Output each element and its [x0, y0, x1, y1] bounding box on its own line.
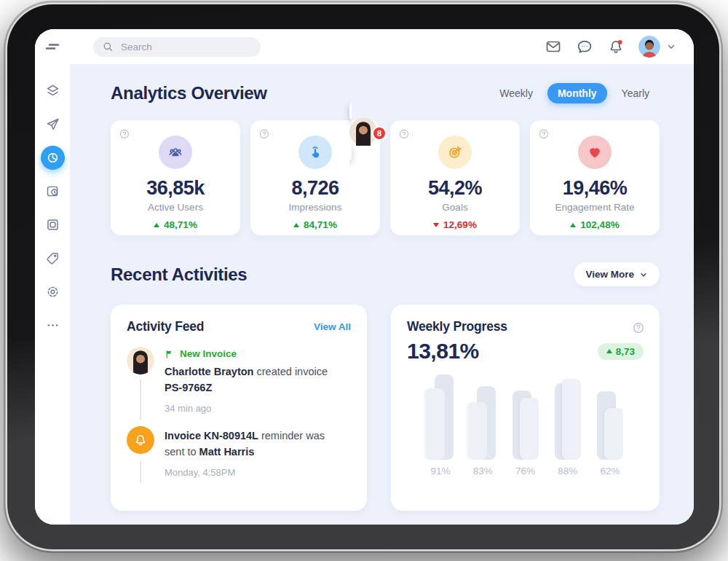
- profile-menu[interactable]: [638, 36, 676, 58]
- bar-group: [468, 374, 497, 460]
- stat-label: Engagement Rate: [555, 202, 635, 213]
- sidebar-item-tag[interactable]: [41, 246, 65, 270]
- sidebar: [35, 64, 70, 525]
- stat-delta: 48,71%: [154, 219, 197, 230]
- help-icon[interactable]: [258, 128, 270, 140]
- sidebar-item-calendar[interactable]: [41, 179, 65, 203]
- stat-card-goals: 54,2% Goals 12,69%: [390, 120, 520, 235]
- chevron-down-icon: [666, 42, 676, 52]
- bar-front: [468, 402, 487, 460]
- bar-front: [520, 398, 539, 460]
- bar-group: [426, 374, 455, 460]
- topbar-actions: [545, 36, 676, 58]
- target-icon: [438, 136, 472, 169]
- menu-icon[interactable]: [35, 29, 70, 64]
- feed-timestamp: Monday, 4:58PM: [165, 467, 347, 478]
- weekly-progress-delta-badge: 8,73: [598, 343, 644, 360]
- stat-card-engagement: 19,46% Engagement Rate 102,48%: [530, 120, 660, 235]
- tab-weekly[interactable]: Weekly: [489, 83, 543, 103]
- bell-icon[interactable]: [607, 38, 625, 55]
- sidebar-item-settings[interactable]: [41, 280, 65, 304]
- app-window: 8 Analytics Overview Weekly Monthly Year…: [35, 29, 694, 525]
- bar-label: 62%: [596, 466, 625, 476]
- bar-label: 83%: [468, 466, 497, 476]
- bar-label: 76%: [511, 466, 540, 476]
- tap-icon: [298, 136, 332, 169]
- tab-yearly[interactable]: Yearly: [612, 83, 660, 103]
- section-title-recent-activities: Recent Activities: [111, 264, 247, 285]
- stat-value: 36,85k: [146, 177, 205, 200]
- stat-card-active-users: 36,85k Active Users 48,71%: [111, 120, 240, 235]
- users-icon: [159, 136, 192, 169]
- view-more-button[interactable]: View More: [574, 262, 660, 286]
- sidebar-item-frame[interactable]: [41, 213, 65, 237]
- search-icon: [102, 41, 114, 52]
- list-item[interactable]: Invoice KN-80914L reminder was sent to M…: [127, 426, 351, 478]
- collaborator-avatar[interactable]: 8: [349, 105, 381, 137]
- stat-value: 19,46%: [563, 177, 628, 200]
- weekly-bar-chart: [407, 374, 644, 460]
- bar-group: [511, 374, 540, 460]
- up-arrow-icon: [606, 349, 612, 353]
- collaborator-count-badge: 8: [372, 126, 387, 141]
- list-item[interactable]: New Invoice Charlotte Brayton created in…: [127, 347, 351, 414]
- main-content: 8 Analytics Overview Weekly Monthly Year…: [70, 64, 694, 525]
- feed-list: New Invoice Charlotte Brayton created in…: [127, 347, 351, 478]
- bar-label: 88%: [553, 466, 582, 476]
- up-arrow-icon: [570, 223, 576, 227]
- stat-label: Active Users: [148, 202, 203, 213]
- bar-front: [426, 388, 445, 460]
- help-icon[interactable]: [398, 128, 410, 140]
- feed-tag: New Invoice: [165, 348, 347, 359]
- weekly-progress-value: 13,81%: [407, 339, 479, 364]
- tab-monthly[interactable]: Monthly: [547, 83, 607, 103]
- view-all-link[interactable]: View All: [314, 321, 351, 332]
- stat-label: Goals: [442, 202, 467, 213]
- bar-group: [553, 374, 582, 460]
- stat-delta: 84,71%: [293, 219, 337, 230]
- sidebar-item-analytics[interactable]: [41, 146, 65, 170]
- chat-icon[interactable]: [576, 38, 593, 55]
- mail-icon[interactable]: [545, 38, 562, 55]
- feed-text: Charlotte Brayton created invoice PS-976…: [165, 364, 347, 396]
- chevron-down-icon: [639, 270, 648, 279]
- topbar: [35, 29, 694, 64]
- search-input[interactable]: [93, 37, 261, 57]
- bar-group: [596, 374, 625, 460]
- period-tabs: Weekly Monthly Yearly: [489, 83, 660, 103]
- sidebar-item-send[interactable]: [41, 112, 65, 136]
- weekly-progress-title: Weekly Progress: [407, 319, 507, 334]
- bell-icon: [127, 426, 154, 454]
- up-arrow-icon: [154, 223, 159, 227]
- avatar: [127, 347, 154, 374]
- sidebar-item-more[interactable]: [41, 313, 65, 337]
- flag-icon: [165, 349, 174, 359]
- down-arrow-icon: [433, 223, 439, 227]
- bar-front: [604, 408, 623, 460]
- stat-value: 8,726: [291, 177, 339, 200]
- help-icon[interactable]: [119, 128, 130, 140]
- feed-timestamp: 34 min ago: [165, 403, 347, 414]
- weekly-progress-card: Weekly Progress 13,81% 8,73: [391, 305, 660, 511]
- up-arrow-icon: [293, 223, 299, 227]
- help-icon[interactable]: [538, 128, 550, 140]
- stat-value: 54,2%: [428, 177, 482, 200]
- weekly-bar-labels: 91%83%76%88%62%: [407, 466, 644, 476]
- page-title: Analytics Overview: [111, 83, 267, 103]
- app-body: 8 Analytics Overview Weekly Monthly Year…: [35, 64, 694, 525]
- sidebar-item-layers[interactable]: [41, 79, 65, 103]
- feed-text: Invoice KN-80914L reminder was sent to M…: [165, 428, 347, 460]
- stat-delta: 12,69%: [433, 219, 477, 230]
- bar-front: [562, 379, 581, 460]
- tablet-frame: 8 Analytics Overview Weekly Monthly Year…: [7, 4, 719, 549]
- stat-delta: 102,48%: [570, 219, 619, 230]
- activity-feed-title: Activity Feed: [127, 319, 204, 334]
- search-field[interactable]: [119, 41, 232, 53]
- bar-label: 91%: [426, 466, 455, 476]
- heart-icon: [578, 136, 612, 169]
- activity-feed-card: Activity Feed View All: [111, 305, 367, 511]
- notification-dot: [618, 40, 622, 44]
- stat-label: Impressions: [289, 202, 342, 213]
- help-icon[interactable]: [632, 321, 644, 333]
- avatar: [638, 36, 660, 58]
